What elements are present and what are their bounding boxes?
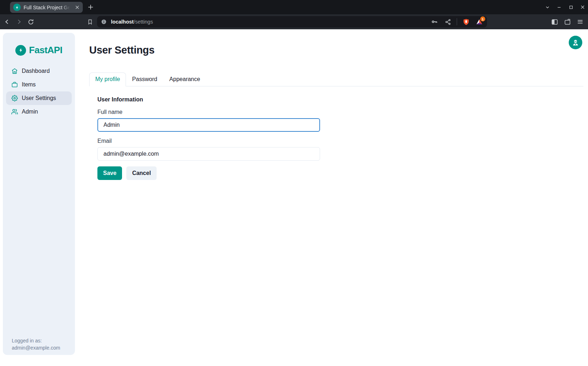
- email-input[interactable]: [97, 147, 320, 161]
- email-label: Email: [97, 138, 583, 144]
- maximize-icon[interactable]: [567, 3, 575, 11]
- settings-tabs: My profile Password Appearance: [89, 72, 583, 86]
- brave-rewards-icon[interactable]: 1: [475, 17, 483, 26]
- main-content: User Settings My profile Password Appear…: [89, 29, 583, 366]
- sidebar-item-admin[interactable]: Admin: [6, 105, 72, 119]
- full-name-label: Full name: [97, 109, 583, 115]
- sidebar-item-dashboard[interactable]: Dashboard: [6, 64, 72, 78]
- briefcase-icon: [11, 81, 18, 88]
- sidebar-item-user-settings[interactable]: User Settings: [6, 91, 72, 105]
- menu-icon[interactable]: [576, 17, 584, 26]
- sidebar-item-label: User Settings: [22, 95, 56, 101]
- logged-in-email: admin@example.com: [12, 344, 72, 351]
- bookmark-icon[interactable]: [86, 17, 94, 26]
- sidebar: FastAPI Dashboard Items User Settings: [3, 33, 75, 355]
- url-bar[interactable]: localhost/settings 1: [97, 16, 487, 27]
- sidebar-nav: Dashboard Items User Settings Admin: [3, 64, 75, 119]
- wallet-icon[interactable]: [563, 17, 572, 26]
- browser-toolbar: localhost/settings 1: [0, 14, 588, 29]
- logged-in-footer: Logged in as: admin@example.com: [12, 337, 72, 351]
- new-tab-icon[interactable]: [87, 3, 95, 11]
- save-button[interactable]: Save: [97, 166, 122, 180]
- form-buttons: Save Cancel: [97, 166, 583, 180]
- key-icon[interactable]: [430, 17, 439, 26]
- gear-icon: [11, 95, 18, 101]
- profile-panel: User Information Full name Email Save Ca…: [89, 96, 583, 180]
- tab-password[interactable]: Password: [126, 72, 163, 86]
- sidebar-item-label: Admin: [22, 109, 38, 115]
- tab-title: Full Stack Project Genera: [24, 5, 71, 10]
- tab-appearance[interactable]: Appearance: [163, 72, 206, 86]
- users-icon: [11, 109, 18, 115]
- app-page: FastAPI Dashboard Items User Settings: [0, 29, 588, 366]
- minimize-icon[interactable]: [555, 3, 563, 11]
- home-icon: [11, 68, 18, 74]
- forward-icon[interactable]: [15, 17, 23, 26]
- brave-shield-icon[interactable]: [462, 17, 470, 26]
- divider: [457, 18, 457, 25]
- rewards-badge: 1: [480, 16, 485, 21]
- sidebar-item-label: Dashboard: [22, 68, 50, 74]
- logo-text: FastAPI: [29, 45, 62, 56]
- logged-in-label: Logged in as:: [12, 337, 72, 344]
- sidebar-panel-icon[interactable]: [550, 17, 559, 26]
- url-path: /settings: [134, 19, 153, 25]
- browser-tab[interactable]: Full Stack Project Genera: [10, 2, 83, 13]
- fastapi-logo[interactable]: FastAPI: [3, 45, 75, 56]
- back-icon[interactable]: [3, 17, 11, 26]
- bolt-icon: [15, 45, 26, 56]
- url-host: localhost: [111, 19, 134, 25]
- user-menu-button[interactable]: [569, 36, 582, 49]
- cancel-button[interactable]: Cancel: [126, 166, 156, 180]
- close-window-icon[interactable]: [579, 3, 587, 11]
- browser-tab-bar: Full Stack Project Genera: [0, 0, 588, 14]
- share-icon[interactable]: [443, 17, 452, 26]
- sidebar-item-items[interactable]: Items: [6, 78, 72, 91]
- section-title: User Information: [97, 96, 583, 103]
- fastapi-favicon-icon: [13, 4, 21, 11]
- reload-icon[interactable]: [26, 17, 35, 26]
- site-info-icon[interactable]: [101, 19, 107, 25]
- window-controls: [543, 0, 587, 14]
- tab-search-chevron-icon[interactable]: [543, 3, 551, 11]
- page-title: User Settings: [89, 44, 583, 56]
- sidebar-item-label: Items: [22, 81, 36, 88]
- tab-my-profile[interactable]: My profile: [89, 72, 126, 86]
- url-text: localhost/settings: [111, 19, 430, 25]
- full-name-input[interactable]: [97, 118, 320, 132]
- user-avatar-icon: [572, 39, 579, 46]
- tab-close-icon[interactable]: [74, 4, 80, 11]
